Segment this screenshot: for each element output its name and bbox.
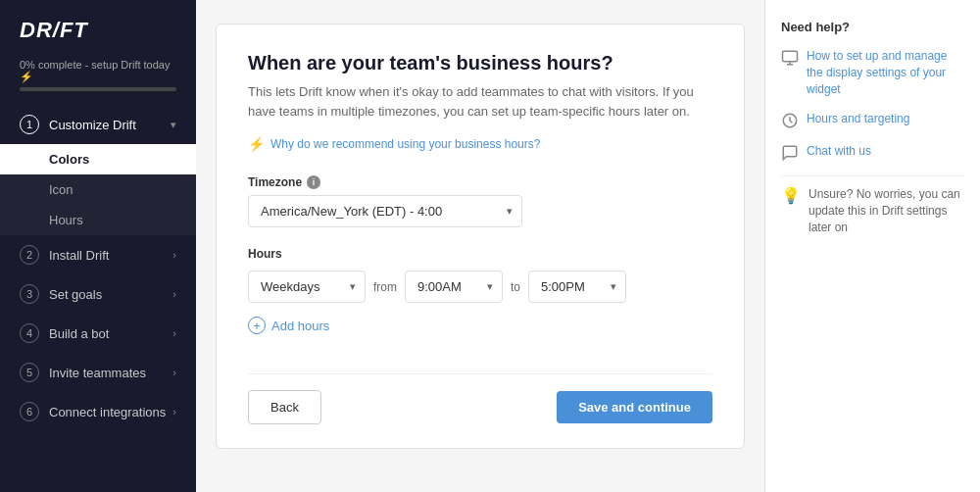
sidebar-item-customize-drift[interactable]: 1 Customize Drift ▾ [0, 105, 196, 144]
hours-row: Weekdays ▾ from 9:00AM ▾ to 5:00PM [248, 271, 712, 303]
hours-section: Hours Weekdays ▾ from 9:00AM ▾ to [248, 247, 712, 334]
card-description: This lets Drift know when it's okay to a… [248, 82, 712, 121]
sidebar-subitem-colors[interactable]: Colors [0, 144, 196, 174]
timezone-select[interactable]: America/New_York (EDT) - 4:00 [248, 195, 522, 227]
nav-item-num-1: 1 [20, 115, 39, 134]
progress-label: 0% complete - setup Drift today ⚡ [20, 59, 176, 83]
sidebar-nav: 1 Customize Drift ▾ Colors Icon Hours 2 … [0, 105, 196, 492]
bolt-icon: ⚡ [248, 136, 265, 152]
from-label: from [373, 280, 397, 294]
sidebar-item-label-1: Customize Drift [49, 118, 136, 132]
content-card: When are your team's business hours? Thi… [216, 24, 745, 449]
help-tip-text: Unsure? No worries, you can update this … [808, 186, 964, 235]
sidebar-item-label-5: Invite teammates [49, 366, 146, 380]
main-content: When are your team's business hours? Thi… [196, 0, 764, 492]
progress-section: 0% complete - setup Drift today ⚡ [0, 55, 196, 105]
chevron-down-icon: ▾ [171, 119, 176, 131]
help-item-widget-settings[interactable]: How to set up and manage the display set… [781, 48, 964, 97]
sidebar-item-connect-integrations[interactable]: 6 Connect integrations › [0, 392, 196, 431]
help-item-hours-text: Hours and targeting [807, 111, 909, 127]
to-label: to [511, 280, 520, 294]
help-item-widget-text: How to set up and manage the display set… [807, 48, 964, 97]
plus-circle-icon: + [248, 317, 266, 334]
sidebar-item-label-6: Connect integrations [49, 405, 166, 419]
sidebar-item-label-3: Set goals [49, 287, 102, 302]
nav-item-num-5: 5 [20, 363, 39, 382]
card-title: When are your team's business hours? [248, 52, 712, 74]
sidebar-subitem-icon[interactable]: Icon [0, 174, 196, 205]
card-footer: Back Save and continue [248, 373, 712, 424]
to-time-wrapper: 5:00PM ▾ [528, 271, 626, 303]
to-time-select[interactable]: 5:00PM [528, 271, 626, 303]
logo-area: DR/FT [0, 0, 196, 55]
chevron-right-icon-3: › [172, 288, 176, 300]
help-divider [781, 175, 964, 176]
timezone-info-icon[interactable]: i [307, 175, 320, 189]
nav-item-num-3: 3 [20, 284, 39, 304]
from-time-select[interactable]: 9:00AM [405, 271, 503, 303]
from-time-wrapper: 9:00AM ▾ [405, 271, 503, 303]
sidebar-item-install-drift[interactable]: 2 Install Drift › [0, 235, 196, 274]
add-hours-label: Add hours [271, 319, 329, 333]
sub-nav-customize: Colors Icon Hours [0, 144, 196, 235]
recommend-link-text: Why do we recommend using your business … [270, 137, 540, 151]
timezone-select-wrapper: America/New_York (EDT) - 4:00 ▾ [248, 195, 522, 227]
hours-section-label: Hours [248, 247, 712, 261]
save-continue-button[interactable]: Save and continue [557, 391, 712, 423]
sidebar: DR/FT 0% complete - setup Drift today ⚡ … [0, 0, 196, 492]
days-select-wrapper: Weekdays ▾ [248, 271, 366, 303]
right-panel: Need help? How to set up and manage the … [764, 0, 980, 492]
nav-item-num-2: 2 [20, 245, 39, 265]
chevron-right-icon-6: › [172, 406, 176, 418]
help-item-hours-targeting[interactable]: Hours and targeting [781, 111, 964, 129]
nav-item-num-6: 6 [20, 402, 39, 421]
sidebar-item-label-2: Install Drift [49, 248, 109, 263]
sidebar-item-label-4: Build a bot [49, 326, 109, 341]
chevron-right-icon-4: › [172, 327, 176, 339]
add-hours-button[interactable]: + Add hours [248, 317, 329, 334]
chevron-right-icon-2: › [172, 249, 176, 261]
nav-item-num-4: 4 [20, 323, 39, 343]
sidebar-item-invite-teammates[interactable]: 5 Invite teammates › [0, 353, 196, 392]
timezone-label: Timezone i [248, 175, 712, 189]
right-panel-title: Need help? [781, 20, 964, 34]
tip-icon: 💡 [781, 186, 801, 205]
sidebar-item-build-bot[interactable]: 4 Build a bot › [0, 314, 196, 353]
help-item-chat-with-us[interactable]: Chat with us [781, 143, 964, 162]
back-button[interactable]: Back [248, 390, 321, 424]
sidebar-item-set-goals[interactable]: 3 Set goals › [0, 274, 196, 314]
sidebar-subitem-hours[interactable]: Hours [0, 205, 196, 235]
recommend-link[interactable]: ⚡ Why do we recommend using your busines… [248, 136, 712, 152]
monitor-icon [781, 49, 799, 67]
clock-icon [781, 112, 799, 129]
help-item-chat-text: Chat with us [807, 143, 871, 160]
app-logo: DR/FT [20, 18, 176, 43]
chevron-right-icon-5: › [172, 367, 176, 378]
svg-rect-0 [783, 51, 798, 62]
days-select[interactable]: Weekdays [248, 271, 366, 303]
chat-icon [781, 144, 799, 162]
progress-bar-bg [20, 87, 176, 91]
help-tip: 💡 Unsure? No worries, you can update thi… [781, 186, 964, 235]
